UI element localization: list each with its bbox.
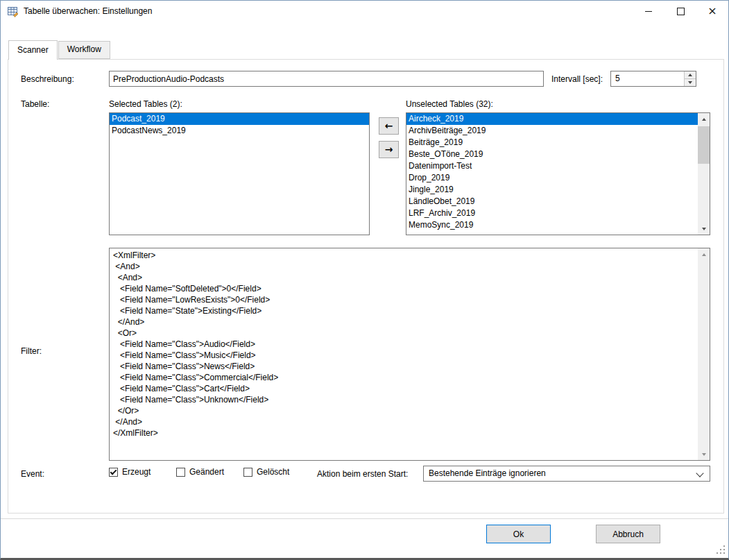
selected-tables-list[interactable]: Podcast_2019 PodcastNews_2019	[109, 112, 370, 235]
unselected-table-item[interactable]: Jingle_2019	[406, 184, 698, 196]
intervall-value: 5	[615, 71, 620, 86]
move-right-button[interactable]: →	[379, 141, 399, 158]
minimize-icon	[645, 11, 652, 12]
resize-grip[interactable]	[717, 545, 726, 554]
aktion-beim-ersten-start-label: Aktion beim ersten Start:	[317, 469, 408, 479]
caption-buttons: ×	[633, 1, 728, 22]
ok-button[interactable]: Ok	[486, 525, 551, 543]
tab-strip: Scanner Workflow	[8, 40, 111, 59]
beschreibung-label: Beschreibung:	[21, 74, 74, 84]
event-checkbox[interactable]: Geändert	[176, 466, 243, 477]
aktion-dropdown[interactable]: Bestehende Einträge ignorieren	[423, 466, 710, 482]
selected-table-item[interactable]: Podcast_2019	[110, 113, 369, 125]
chevron-down-icon	[696, 469, 703, 477]
scrollbar-down-button[interactable]	[698, 448, 710, 460]
unselected-table-item[interactable]: Beiträge_2019	[406, 137, 698, 149]
beschreibung-input[interactable]	[109, 71, 544, 87]
unselected-table-item[interactable]: LRF_Archiv_2019	[406, 207, 698, 219]
move-left-button[interactable]: ←	[379, 117, 399, 135]
unselected-tables-header: Unselected Tables (32):	[406, 99, 493, 109]
unselected-table-item[interactable]: Datenimport-Test	[406, 160, 698, 172]
unselected-tables-list[interactable]: Aircheck_2019 ArchivBeiträge_2019 Beiträ…	[406, 112, 710, 235]
selected-tables-header: Selected Tables (2):	[109, 99, 182, 109]
intervall-label: Intervall [sec]:	[551, 74, 603, 84]
scrollbar-up-button[interactable]	[698, 248, 710, 260]
unselected-table-item[interactable]: ArchivBeiträge_2019	[406, 125, 698, 137]
close-icon: ×	[707, 6, 717, 17]
up-arrow-icon	[702, 118, 706, 121]
up-arrow-icon	[688, 74, 692, 76]
event-checkbox[interactable]: Erzeugt	[109, 466, 176, 477]
spinner-buttons	[684, 71, 696, 86]
checkbox-label: Gelöscht	[257, 467, 289, 477]
filter-xml-content: <XmlFilter> <And> <And> <Field Name="Sof…	[113, 250, 694, 459]
checkbox-label: Geändert	[189, 467, 224, 477]
spinner-down-button[interactable]	[684, 78, 696, 86]
scrollbar-up-button[interactable]	[698, 113, 710, 125]
scrollbar-down-button[interactable]	[698, 223, 710, 235]
filter-label: Filter:	[21, 346, 42, 356]
checkbox-icon	[176, 468, 185, 477]
cancel-button[interactable]: Abbruch	[596, 525, 660, 543]
filter-scrollbar[interactable]	[698, 248, 710, 460]
intervall-spinner[interactable]: 5	[610, 71, 696, 87]
down-arrow-icon	[688, 81, 692, 84]
close-button[interactable]: ×	[696, 1, 728, 22]
window-title: Tabelle überwachen: Einstellungen	[24, 1, 152, 22]
event-label: Event:	[21, 469, 44, 479]
event-checkbox[interactable]: Gelöscht	[243, 466, 311, 477]
scrollbar-thumb[interactable]	[698, 126, 710, 164]
unselected-table-item[interactable]: Beste_OTöne_2019	[406, 149, 698, 160]
checkbox-icon	[109, 468, 118, 477]
maximize-icon	[677, 8, 685, 15]
checkbox-icon	[243, 468, 252, 477]
selected-table-item[interactable]: PodcastNews_2019	[110, 125, 369, 137]
down-arrow-icon	[702, 228, 706, 230]
scanner-tab-panel: Beschreibung: Intervall [sec]: 5 Tabelle…	[8, 59, 724, 514]
checkbox-label: Erzeugt	[122, 467, 151, 477]
titlebar: Tabelle überwachen: Einstellungen ×	[1, 1, 728, 22]
down-arrow-icon	[702, 453, 706, 456]
tabelle-label: Tabelle:	[21, 99, 49, 109]
unselected-table-item[interactable]: LändleObet_2019	[406, 196, 698, 207]
event-checkboxes: Erzeugt Geändert Gelöscht	[109, 466, 311, 477]
unselected-list-scrollbar[interactable]	[698, 113, 710, 235]
window-icon	[7, 6, 19, 17]
dialog-window: Tabelle überwachen: Einstellungen × Scan…	[0, 0, 729, 560]
maximize-button[interactable]	[664, 1, 696, 22]
unselected-table-item[interactable]: Drop_2019	[406, 172, 698, 184]
unselected-table-item[interactable]: MemoSync_2019	[406, 219, 698, 231]
minimize-button[interactable]	[633, 1, 664, 22]
tab-scanner[interactable]: Scanner	[8, 40, 58, 60]
spinner-up-button[interactable]	[684, 71, 696, 78]
filter-textarea[interactable]: <XmlFilter> <And> <And> <Field Name="Sof…	[109, 248, 710, 461]
unselected-table-item[interactable]: Aircheck_2019	[406, 113, 698, 125]
tab-workflow[interactable]: Workflow	[58, 41, 110, 59]
footer-separator	[1, 518, 728, 519]
aktion-selected-value: Bestehende Einträge ignorieren	[429, 466, 546, 481]
up-arrow-icon	[702, 253, 706, 256]
